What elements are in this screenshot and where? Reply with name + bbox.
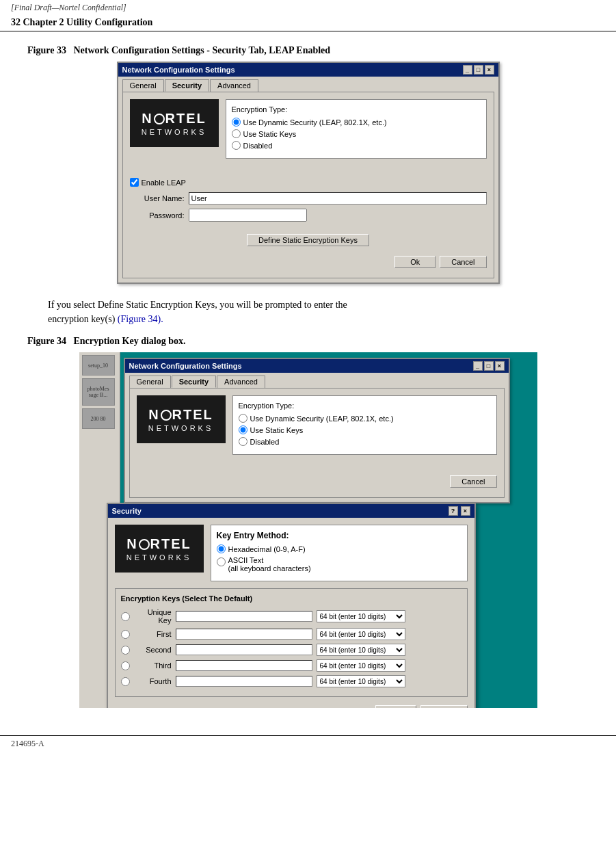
enable-leap-label-33: Enable LEAP	[142, 179, 186, 187]
chapter-line: 32 Chapter 2 Utility Configuration	[0, 16, 616, 31]
maximize-btn-back[interactable]: □	[484, 361, 494, 371]
desktop-bg: setup_10 photoMes sage B... 200 80 Netwo…	[79, 352, 537, 708]
tab-general-back[interactable]: General	[129, 376, 171, 388]
username-input-33[interactable]	[189, 192, 487, 205]
radio-disabled-input-33[interactable]	[232, 141, 241, 150]
tab-advanced-33[interactable]: Advanced	[210, 79, 258, 92]
figure34-link[interactable]: (Figure 34).	[118, 314, 163, 324]
taskbar-icon-2[interactable]: photoMes sage B...	[82, 378, 115, 406]
nortel-logotop-back: NRTEL	[148, 407, 213, 423]
titlebar-btns-33: _ □ ×	[463, 65, 494, 75]
ok-button-33[interactable]: Ok	[394, 256, 436, 268]
radio-disabled-input-back[interactable]	[239, 437, 247, 446]
nortel-logobottom-back: NETWORKS	[148, 424, 214, 432]
help-button-34[interactable]: ?	[448, 506, 458, 516]
dialog-back-34: Network Configuration Settings _ □ × Gen…	[124, 358, 510, 503]
enable-leap-checkbox-33[interactable]	[130, 178, 139, 187]
key-radio-fourth[interactable]	[121, 677, 130, 686]
minimize-btn-back[interactable]: _	[473, 361, 483, 371]
header-italic-text: [Final Draft—Nortel Confidential]	[11, 3, 126, 12]
key-bits-third[interactable]: 64 bit (enter 10 digits) 128 bit (enter …	[317, 659, 405, 672]
close-security-btn-34[interactable]: ×	[461, 506, 470, 516]
key-radio-third[interactable]	[121, 661, 130, 670]
key-label-second: Second	[134, 646, 172, 654]
radio-disabled-33[interactable]: Disabled	[232, 141, 481, 150]
cancel-button-security-34[interactable]: Cancel	[420, 705, 467, 708]
chapter-line-text: 32 Chapter 2 Utility Configuration	[11, 17, 152, 27]
tab-general-33[interactable]: General	[122, 79, 164, 92]
dialog33-body: NRTEL NETWORKS Encryption Type: Use Dyna…	[122, 92, 494, 278]
key-input-unique[interactable]	[176, 611, 312, 622]
radio-static-input-back[interactable]	[239, 425, 247, 434]
key-bits-unique[interactable]: 64 bit (enter 10 digits) 128 bit (enter …	[317, 610, 405, 622]
radio-ascii-34[interactable]: ASCII Text (all keyboard characters)	[217, 556, 461, 573]
dialog33-footer: Ok Cancel	[130, 253, 487, 271]
key-row-second: Second 64 bit (enter 10 digits) 128 bit …	[121, 644, 461, 656]
radio-static-input-33[interactable]	[232, 129, 241, 138]
figure34-container: setup_10 photoMes sage B... 200 80 Netwo…	[79, 352, 537, 708]
key-input-first[interactable]	[176, 629, 312, 640]
key-bits-second[interactable]: 64 bit (enter 10 digits) 128 bit (enter …	[317, 644, 405, 656]
radio-static-back[interactable]: Use Static Keys	[239, 425, 491, 434]
password-input-33[interactable]	[189, 209, 307, 222]
dialog33-titlebar: Network Configuration Settings _ □ ×	[118, 63, 498, 77]
cancel-button-back[interactable]: Cancel	[450, 475, 496, 488]
ok-button-security-34[interactable]: OK	[375, 705, 416, 708]
dialog-back-body-34: NRTEL NETWORKS Encryption Type: Use Dyna…	[129, 388, 505, 498]
define-keys-button-33[interactable]: Define Static Encryption Keys	[247, 234, 369, 246]
tab-general-label-33: General	[130, 81, 157, 90]
key-radio-unique[interactable]	[121, 612, 130, 621]
dialog-back-titlebar-34: Network Configuration Settings _ □ ×	[125, 359, 509, 373]
key-row-fourth: Fourth 64 bit (enter 10 digits) 128 bit …	[121, 675, 461, 687]
radio-dynamic-label-33: Use Dynamic Security (LEAP, 802.1X, etc.…	[243, 118, 387, 127]
radio-dynamic-33[interactable]: Use Dynamic Security (LEAP, 802.1X, etc.…	[232, 118, 481, 127]
tab-advanced-label-33: Advanced	[217, 81, 251, 90]
figure34-caption-text: Encryption Key dialog box.	[73, 336, 185, 346]
key-input-fourth[interactable]	[176, 676, 312, 687]
nortel-logo-security: NRTEL NETWORKS	[115, 525, 204, 573]
figure34-label-text: Figure 34	[27, 336, 66, 346]
key-radio-second[interactable]	[121, 646, 130, 655]
tab-security-33[interactable]: Security	[165, 79, 209, 92]
maximize-btn-33[interactable]: □	[474, 65, 483, 75]
dialog33-tabs: General Security Advanced	[118, 77, 498, 92]
radio-dynamic-input-33[interactable]	[232, 118, 241, 127]
nortel-logotop-security: NRTEL	[126, 536, 191, 552]
key-radio-first[interactable]	[121, 630, 130, 639]
encryption-type-box-33: Encryption Type: Use Dynamic Security (L…	[226, 99, 487, 159]
figure33-caption-text: Network Configuration Settings - Securit…	[73, 45, 330, 55]
enable-leap-row-33[interactable]: Enable LEAP	[130, 178, 487, 187]
taskbar-icon-3[interactable]: 200 80	[82, 408, 115, 429]
radio-dynamic-input-back[interactable]	[239, 414, 247, 423]
nortel-logo-bottom-33: NETWORKS	[142, 128, 207, 136]
minimize-btn-33[interactable]: _	[463, 65, 472, 75]
username-labeltext-33: User Name:	[144, 194, 185, 202]
taskbar-icon-1[interactable]: setup_10	[82, 355, 115, 376]
radio-dynamic-back[interactable]: Use Dynamic Security (LEAP, 802.1X, etc.…	[239, 414, 491, 423]
radio-ascii-input-34[interactable]	[217, 557, 226, 566]
radio-static-33[interactable]: Use Static Keys	[232, 129, 481, 138]
key-label-first: First	[134, 630, 172, 638]
close-btn-back[interactable]: ×	[495, 361, 505, 371]
key-bits-first[interactable]: 64 bit (enter 10 digits) 128 bit (enter …	[317, 628, 405, 640]
key-input-third[interactable]	[176, 660, 312, 671]
key-bits-fourth[interactable]: 64 bit (enter 10 digits) 128 bit (enter …	[317, 675, 405, 687]
close-btn-33[interactable]: ×	[485, 65, 494, 75]
radio-disabled-label-33: Disabled	[243, 142, 273, 150]
cancel-button-33[interactable]: Cancel	[440, 256, 486, 268]
enc-labeltext-back: Encryption Type:	[239, 402, 295, 410]
doc-footer: 214695-A	[0, 735, 616, 752]
security-footer-34: OK Cancel	[115, 702, 468, 708]
enc-type-box-back: Encryption Type: Use Dynamic Security (L…	[232, 395, 497, 455]
dialog-back-top-row: NRTEL NETWORKS Encryption Type: Use Dyna…	[137, 395, 497, 455]
key-method-labeltext-34: Key Entry Method:	[217, 531, 289, 540]
radio-hex-34[interactable]: Hexadecimal (0-9, A-F)	[217, 544, 461, 553]
tab-general-back-label: General	[137, 378, 163, 386]
radio-hex-input-34[interactable]	[217, 544, 226, 553]
radio-disabled-back[interactable]: Disabled	[239, 437, 491, 446]
tab-security-back[interactable]: Security	[172, 376, 216, 388]
key-row-third: Third 64 bit (enter 10 digits) 128 bit (…	[121, 659, 461, 672]
tab-advanced-back-label: Advanced	[224, 378, 258, 386]
key-input-second[interactable]	[176, 644, 312, 655]
tab-advanced-back[interactable]: Advanced	[217, 376, 265, 388]
